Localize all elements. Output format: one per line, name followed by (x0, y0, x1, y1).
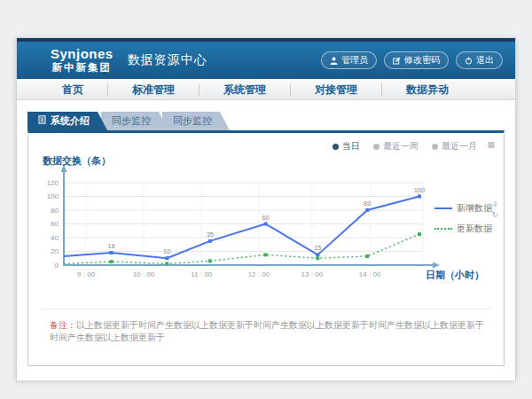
header-actions: 管理员 修改密码 退出 (321, 51, 503, 69)
svg-text:10: 10 (163, 247, 170, 255)
footer-note: 备注：以上数据更新于时间产生数据以上数据更新于时间产生数据以上数据更新于时间产生… (41, 309, 491, 344)
note-text: 以上数据更新于时间产生数据以上数据更新于时间产生数据以上数据更新于时间产生数据以… (50, 320, 484, 342)
svg-text:40: 40 (51, 234, 59, 242)
app-window: Synjones 新中新集团 数据资源中心 管理员 修改密码 (16, 37, 516, 379)
period-option-today-label: 当日 (342, 140, 360, 153)
company-logo: Synjones 新中新集团 (51, 47, 113, 73)
svg-text:14 : 00: 14 : 00 (359, 270, 381, 278)
toolbox-refresh-icon[interactable]: ↻ (491, 211, 498, 219)
radio-dot-icon (332, 144, 339, 150)
page-title: 数据资源中心 (128, 52, 207, 68)
chart-toolbox: ⇓ ↻ (491, 200, 498, 219)
period-option-last-month[interactable]: 最近一月 (432, 140, 477, 153)
main-navigation: 首页 标准管理 系统管理 对接管理 数据异动 (17, 79, 515, 100)
desktop-background: Synjones 新中新集团 数据资源中心 管理员 修改密码 (0, 0, 532, 399)
note-label: 备注： (50, 320, 76, 330)
admin-user-button[interactable]: 管理员 (321, 51, 377, 69)
power-icon (465, 57, 473, 65)
svg-text:15: 15 (314, 244, 321, 252)
svg-text:60: 60 (51, 220, 59, 228)
logo-brand-text: Synjones (51, 47, 113, 62)
nav-item-interface-management[interactable]: 对接管理 (291, 83, 382, 96)
tab-sync-monitor-1-label: 同步监控 (112, 112, 151, 130)
radio-dot-icon (373, 144, 379, 150)
svg-text:100: 100 (414, 186, 426, 194)
svg-text:0: 0 (55, 262, 59, 270)
admin-user-label: 管理员 (341, 54, 368, 66)
toolbox-menu-icon[interactable]: ▦ (487, 141, 495, 149)
legend-new-data-label: 新增数据 (457, 202, 492, 215)
svg-text:9 : 00: 9 : 00 (77, 270, 96, 278)
svg-text:35: 35 (207, 231, 214, 239)
change-password-button[interactable]: 修改密码 (384, 51, 449, 69)
logout-label: 退出 (476, 54, 494, 66)
period-option-today[interactable]: 当日 (332, 140, 360, 153)
toolbox-save-icon[interactable]: ⇓ (491, 200, 498, 208)
line-chart: 0204060801001209 : 0010 : 0011 : 0012 : … (37, 165, 454, 291)
svg-text:120: 120 (47, 179, 59, 187)
legend-line-dotted-icon (434, 228, 452, 230)
change-password-label: 修改密码 (404, 54, 440, 66)
nav-item-home[interactable]: 首页 (38, 83, 108, 96)
edit-icon (393, 57, 401, 65)
legend-item-update-data[interactable]: 更新数据 (434, 223, 492, 235)
nav-item-standard-management[interactable]: 标准管理 (108, 83, 200, 96)
svg-text:20: 20 (51, 247, 59, 255)
tab-sync-monitor-1[interactable]: 同步监控 (101, 112, 168, 130)
chart-panel: 当日 最近一周 最近一月 ▦ 数据交换（条） 0204060801001209 … (27, 130, 505, 366)
period-selector: 当日 最近一周 最近一月 (332, 140, 477, 153)
logout-button[interactable]: 退出 (456, 51, 503, 69)
tab-bar: 系统介绍 同步监控 同步监控 (27, 112, 223, 130)
svg-text:100: 100 (47, 192, 59, 200)
tab-system-intro[interactable]: 系统介绍 (27, 112, 107, 130)
svg-text:60: 60 (262, 214, 269, 222)
nav-item-data-change[interactable]: 数据异动 (382, 83, 473, 96)
svg-text:10 : 00: 10 : 00 (133, 270, 155, 278)
x-axis-title: 日期（小时） (426, 269, 484, 282)
content-area: 系统介绍 同步监控 同步监控 当日 最近一周 (17, 100, 515, 380)
svg-text:12 : 00: 12 : 00 (248, 270, 270, 278)
svg-text:11 : 00: 11 : 00 (191, 270, 212, 278)
legend-item-new-data[interactable]: 新增数据 (434, 202, 492, 215)
svg-text:80: 80 (51, 207, 59, 215)
tab-system-intro-label: 系统介绍 (51, 112, 90, 130)
period-option-last-week[interactable]: 最近一周 (373, 140, 419, 153)
svg-text:80: 80 (364, 200, 371, 207)
radio-dot-icon (432, 144, 438, 150)
period-option-last-week-label: 最近一周 (383, 140, 419, 153)
logo-company-text: 新中新集团 (51, 62, 113, 74)
tab-sync-monitor-2-label: 同步监控 (173, 112, 212, 130)
svg-text:18: 18 (107, 242, 114, 250)
legend-update-data-label: 更新数据 (457, 223, 492, 235)
svg-text:13 : 00: 13 : 00 (301, 270, 324, 278)
tab-sync-monitor-2[interactable]: 同步监控 (162, 112, 230, 130)
period-option-last-month-label: 最近一月 (442, 140, 477, 153)
user-icon (330, 57, 338, 65)
app-header: Synjones 新中新集团 数据资源中心 管理员 修改密码 (17, 42, 515, 79)
document-icon (38, 112, 46, 130)
nav-item-system-management[interactable]: 系统管理 (200, 83, 291, 96)
chart-legend: 新增数据 更新数据 (434, 202, 492, 235)
legend-line-solid-icon (434, 207, 452, 209)
